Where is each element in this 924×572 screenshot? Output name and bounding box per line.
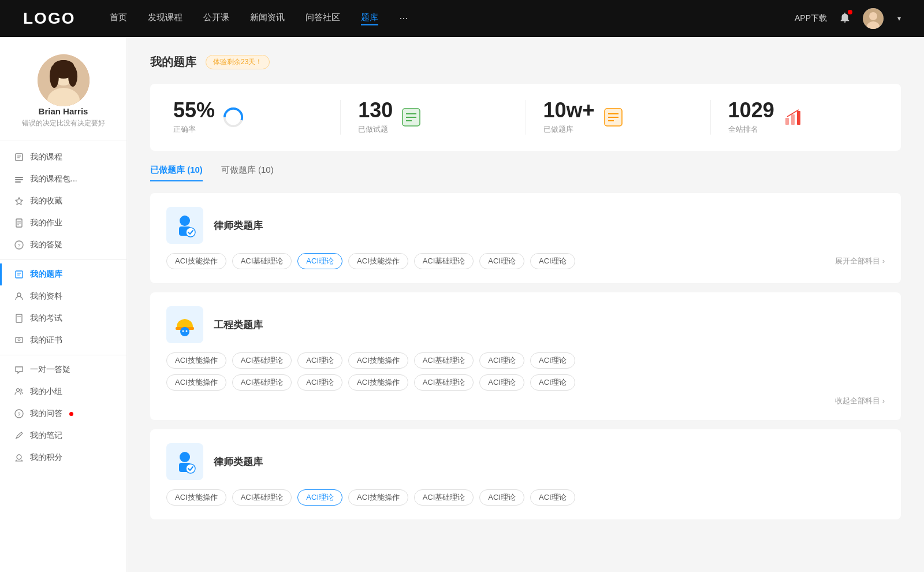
sidebar-item-my-exam[interactable]: 我的考试 [0,307,126,329]
nav-link-more[interactable]: ··· [399,12,408,25]
stat-questions-done-text: 130 已做试题 [358,100,393,135]
nav-link-news[interactable]: 新闻资讯 [250,12,285,25]
page-title-row: 我的题库 体验剩余23天！ [150,54,901,70]
nav-link-quiz[interactable]: 题库 [361,12,378,25]
page-title: 我的题库 [150,54,196,70]
bank-card-1-tags-row1: ACI技能操作 ACI基础理论 ACI理论 ACI技能操作 ACI基础理论 AC… [166,352,885,369]
sidebar: Brian Harris 错误的决定比没有决定要好 我的课程 我的课程包... [0,37,127,572]
svg-point-56 [180,327,189,336]
profile-name: Brian Harris [39,106,88,116]
tab-available[interactable]: 可做题库 (10) [221,165,274,181]
navbar: LOGO 首页 发现课程 公开课 新闻资讯 问答社区 题库 ··· APP下载 … [0,0,924,37]
stat-questions-done-icon [401,107,422,128]
stat-banks-done: 10w+ 已做题库 [543,100,711,135]
tag-1-9[interactable]: ACI理论 [297,374,342,391]
avatar-image [863,8,884,29]
sidebar-item-my-course[interactable]: 我的课程 [0,146,126,168]
divider-2 [0,355,126,355]
trial-badge: 体验剩余23天！ [206,55,270,69]
bar-chart-icon [783,107,803,127]
tag-1-8[interactable]: ACI基础理论 [232,374,292,391]
tag-2-6[interactable]: ACI理论 [530,489,575,506]
sidebar-item-answer-q[interactable]: ? 我的答疑 [0,234,126,256]
bank-card-1-collapse[interactable]: 收起全部科目 › [835,396,885,405]
svg-point-9 [53,60,74,72]
svg-point-61 [186,464,195,473]
sidebar-item-favorites-label: 我的收藏 [30,196,62,206]
tag-1-10[interactable]: ACI技能操作 [348,374,408,391]
sidebar-item-my-points[interactable]: 我的积分 [0,447,126,469]
tag-1-2[interactable]: ACI理论 [297,352,342,369]
sidebar-item-my-exam-label: 我的考试 [30,313,62,324]
sidebar-item-course-package[interactable]: 我的课程包... [0,168,126,190]
one-on-one-icon [14,365,24,375]
my-points-icon [14,452,24,463]
stat-banks-done-text: 10w+ 已做题库 [543,100,595,135]
tag-0-6[interactable]: ACI理论 [530,253,575,269]
stat-ranking-icon [783,107,803,128]
sidebar-item-my-points-label: 我的积分 [30,452,62,463]
tag-2-5[interactable]: ACI理论 [479,489,524,506]
tag-0-1[interactable]: ACI基础理论 [232,253,292,269]
tag-1-13[interactable]: ACI理论 [530,374,575,391]
tag-0-0[interactable]: ACI技能操作 [166,253,226,269]
svg-point-32 [20,389,22,391]
tag-0-4[interactable]: ACI基础理论 [414,253,474,269]
bank-card-2-icon [166,443,203,480]
user-dropdown-arrow[interactable]: ▾ [897,14,901,23]
tag-1-4[interactable]: ACI基础理论 [414,352,474,369]
tag-1-3[interactable]: ACI技能操作 [348,352,408,369]
tag-0-2[interactable]: ACI理论 [297,253,342,269]
tag-2-1[interactable]: ACI基础理论 [232,489,292,506]
notification-dot [848,10,852,14]
tag-2-2[interactable]: ACI理论 [297,489,342,506]
bank-card-1-header: 工程类题库 [166,306,885,343]
tag-2-4[interactable]: ACI基础理论 [414,489,474,506]
user-avatar[interactable] [863,8,884,29]
sidebar-item-my-cert[interactable]: 我的证书 [0,329,126,351]
sidebar-item-my-group-label: 我的小组 [30,387,62,397]
quiz-icon [14,269,24,280]
stat-questions-done: 130 已做试题 [358,100,526,135]
pie-chart-icon [223,106,244,128]
sidebar-item-homework[interactable]: 我的作业 [0,212,126,234]
sidebar-item-my-quiz[interactable]: 我的题库 [0,263,126,285]
sidebar-item-my-question[interactable]: ? 我的问答 [0,403,126,425]
tab-done[interactable]: 已做题库 (10) [150,165,203,181]
bank-card-0-expand[interactable]: 展开全部科目 › [835,256,885,266]
sidebar-item-my-notes[interactable]: 我的笔记 [0,425,126,447]
stat-banks-done-value: 10w+ [543,100,595,121]
app-download-button[interactable]: APP下载 [795,13,827,24]
tag-1-5[interactable]: ACI理论 [479,352,524,369]
question-notification-dot [69,412,73,416]
tag-1-11[interactable]: ACI基础理论 [414,374,474,391]
tag-1-6[interactable]: ACI理论 [530,352,575,369]
stat-accuracy-text: 55% 正确率 [173,100,215,135]
nav-link-qa[interactable]: 问答社区 [305,12,340,25]
nav-link-discover[interactable]: 发现课程 [148,12,182,25]
svg-point-30 [18,339,20,341]
tag-1-7[interactable]: ACI技能操作 [166,374,226,391]
sidebar-item-one-on-one[interactable]: 一对一答疑 [0,359,126,381]
tag-1-12[interactable]: ACI理论 [479,374,524,391]
stat-questions-done-value: 130 [358,100,393,121]
sidebar-item-my-data[interactable]: 我的资料 [0,285,126,307]
tag-2-0[interactable]: ACI技能操作 [166,489,226,506]
sidebar-item-favorites[interactable]: 我的收藏 [0,190,126,212]
sidebar-item-my-group[interactable]: 我的小组 [0,381,126,403]
sidebar-item-my-notes-label: 我的笔记 [30,430,62,441]
notification-bell[interactable] [839,11,851,26]
bank-card-1: 工程类题库 ACI技能操作 ACI基础理论 ACI理论 ACI技能操作 ACI基… [150,292,901,420]
sidebar-item-answer-q-label: 我的答疑 [30,240,62,250]
sidebar-item-my-course-label: 我的课程 [30,152,62,162]
bank-card-2-title: 律师类题库 [214,455,263,469]
tag-0-3[interactable]: ACI技能操作 [348,253,408,269]
tag-1-0[interactable]: ACI技能操作 [166,352,226,369]
sidebar-menu: 我的课程 我的课程包... 我的收藏 我的作业 [0,146,126,469]
tag-2-3[interactable]: ACI技能操作 [348,489,408,506]
bank-card-2-tags: ACI技能操作 ACI基础理论 ACI理论 ACI技能操作 ACI基础理论 AC… [166,489,885,506]
nav-link-open-course[interactable]: 公开课 [203,12,229,25]
tag-1-1[interactable]: ACI基础理论 [232,352,292,369]
tag-0-5[interactable]: ACI理论 [479,253,524,269]
nav-link-home[interactable]: 首页 [110,12,127,25]
